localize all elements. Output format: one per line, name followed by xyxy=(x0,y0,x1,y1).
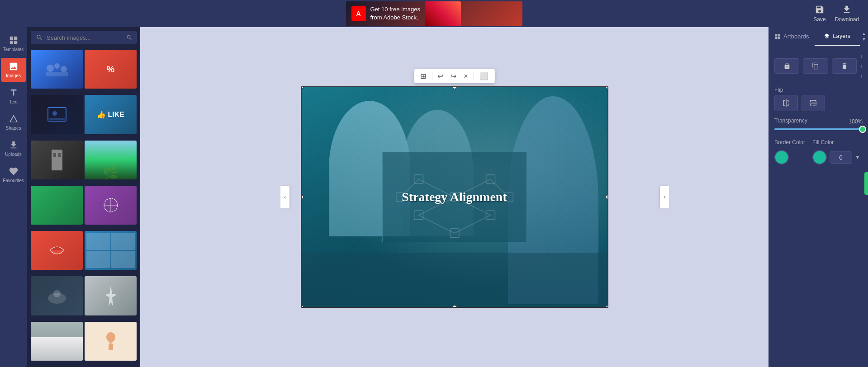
fill-number-input[interactable] xyxy=(830,151,852,164)
chevron-1[interactable]: › xyxy=(860,52,863,61)
svg-line-18 xyxy=(418,197,455,215)
image-thumb[interactable] xyxy=(31,276,83,315)
handle-bottom-center[interactable] xyxy=(452,305,457,308)
transparency-section: Transparency 100% xyxy=(774,118,863,133)
flip-horizontal-icon xyxy=(809,99,817,107)
expand-arrows: ▲ ▼ xyxy=(860,27,868,46)
shapes-label: Shapes xyxy=(6,126,21,131)
undo-button[interactable]: ↩ xyxy=(436,71,445,81)
lock-button[interactable] xyxy=(774,58,799,74)
flip-vertical-button[interactable] xyxy=(774,95,798,111)
uploads-label: Uploads xyxy=(5,152,22,157)
svg-point-0 xyxy=(47,65,54,72)
tab-artboards[interactable]: Artboards xyxy=(769,27,815,46)
svg-point-1 xyxy=(54,63,60,69)
sidebar-item-templates[interactable]: Templates xyxy=(1,32,26,56)
image-thumb[interactable] xyxy=(31,95,83,134)
handle-bottom-right[interactable] xyxy=(606,305,608,308)
svg-rect-6 xyxy=(49,118,65,120)
search-bar xyxy=(31,31,137,44)
search-icon xyxy=(36,34,43,41)
svg-point-5 xyxy=(52,111,57,116)
strategy-box: Strategy Alignment xyxy=(382,152,527,242)
delete-icon xyxy=(841,62,848,70)
expand-arrow-up[interactable]: ▲ xyxy=(862,32,866,36)
image-thumb[interactable] xyxy=(85,322,137,361)
copy-button[interactable] xyxy=(803,58,828,74)
adobe-title-line2: from Adobe Stock. xyxy=(370,14,421,22)
image-thumb[interactable] xyxy=(31,141,83,179)
adobe-banner-container: A Get 10 free images from Adobe Stock. xyxy=(346,1,522,26)
sidebar-item-images[interactable]: Images xyxy=(1,58,26,82)
chevron-3[interactable]: › xyxy=(860,71,863,80)
fill-color-swatch[interactable] xyxy=(812,150,827,165)
grid-button[interactable]: ⊞ xyxy=(418,71,428,81)
adobe-banner[interactable]: A Get 10 free images from Adobe Stock. xyxy=(346,1,522,26)
flip-horizontal-button[interactable] xyxy=(802,95,825,111)
svg-line-17 xyxy=(455,179,491,198)
canvas-element[interactable]: Strategy Alignment xyxy=(301,86,608,308)
network-diagram xyxy=(383,152,526,242)
toolbar-separator-2 xyxy=(474,72,474,80)
transparency-label: Transparency xyxy=(774,118,807,124)
download-button[interactable]: Download xyxy=(835,5,859,23)
collapse-right-button[interactable]: › xyxy=(660,186,669,208)
search-input[interactable] xyxy=(47,34,123,41)
image-thumb[interactable] xyxy=(85,276,137,315)
adobe-text: Get 10 free images from Adobe Stock. xyxy=(370,5,421,22)
adobe-title-line1: Get 10 free images xyxy=(370,5,421,14)
sidebar-icons: Templates Images Text Shapes Uploads Fav… xyxy=(0,27,27,367)
fill-color-row: ▼ xyxy=(812,150,860,165)
color-accent-strip xyxy=(864,172,868,195)
image-thumb[interactable]: 🌿 xyxy=(85,141,137,179)
sidebar-item-text[interactable]: Text xyxy=(1,84,26,108)
transparency-slider[interactable] xyxy=(774,128,863,130)
fill-color-label: Fill Color xyxy=(812,139,860,146)
top-bar-actions: Save Download xyxy=(813,5,859,23)
slider-thumb[interactable] xyxy=(859,126,866,133)
image-thumb[interactable]: % xyxy=(85,50,137,89)
collapse-left-button[interactable]: ‹ xyxy=(280,186,289,208)
border-color-swatch[interactable] xyxy=(774,150,789,165)
flip-label: Flip xyxy=(774,87,863,93)
image-thumb[interactable] xyxy=(31,231,83,270)
image-thumb[interactable] xyxy=(31,186,83,225)
svg-line-20 xyxy=(418,215,455,233)
image-grid: % 👍 LIKE 🌿 xyxy=(27,48,140,367)
handle-bottom-left[interactable] xyxy=(301,305,304,308)
delete-toolbar-button[interactable]: × xyxy=(462,71,470,81)
expand-arrow-down[interactable]: ▼ xyxy=(862,37,866,42)
image-thumb[interactable] xyxy=(31,50,83,89)
sidebar-item-favourites[interactable]: Favourites xyxy=(1,163,26,187)
svg-rect-9 xyxy=(58,153,61,157)
sidebar-item-uploads[interactable]: Uploads xyxy=(1,136,26,160)
lock-icon xyxy=(783,62,791,70)
layers-icon xyxy=(824,33,830,39)
expand-button[interactable]: ⬜ xyxy=(478,71,490,81)
right-panel-content: › › › Flip T xyxy=(769,46,868,367)
chevron-2[interactable]: › xyxy=(860,61,863,71)
text-label: Text xyxy=(9,99,17,104)
images-label: Images xyxy=(6,73,21,78)
image-thumb[interactable]: 👍 LIKE xyxy=(85,95,137,134)
svg-point-14 xyxy=(53,290,61,297)
search-submit-icon xyxy=(126,34,133,41)
favourites-label: Favourites xyxy=(3,178,24,183)
svg-rect-15 xyxy=(109,343,113,350)
fill-dropdown-button[interactable]: ▼ xyxy=(855,154,860,160)
image-thumb[interactable] xyxy=(85,231,137,270)
delete-button[interactable] xyxy=(832,58,857,74)
slider-fill xyxy=(774,128,863,130)
border-color-label: Border Color xyxy=(774,139,805,146)
tab-layers[interactable]: Layers xyxy=(815,27,860,46)
border-color-group: Border Color xyxy=(774,139,805,165)
image-thumb[interactable] xyxy=(85,186,137,225)
image-thumb[interactable] xyxy=(31,322,83,361)
save-button[interactable]: Save xyxy=(813,5,825,23)
redo-button[interactable]: ↪ xyxy=(449,71,458,81)
copy-icon xyxy=(812,62,819,70)
panel-chevrons: › › › xyxy=(860,52,863,80)
main-layout: Templates Images Text Shapes Uploads Fav… xyxy=(0,27,868,367)
templates-label: Templates xyxy=(3,47,24,52)
sidebar-item-shapes[interactable]: Shapes xyxy=(1,110,26,134)
